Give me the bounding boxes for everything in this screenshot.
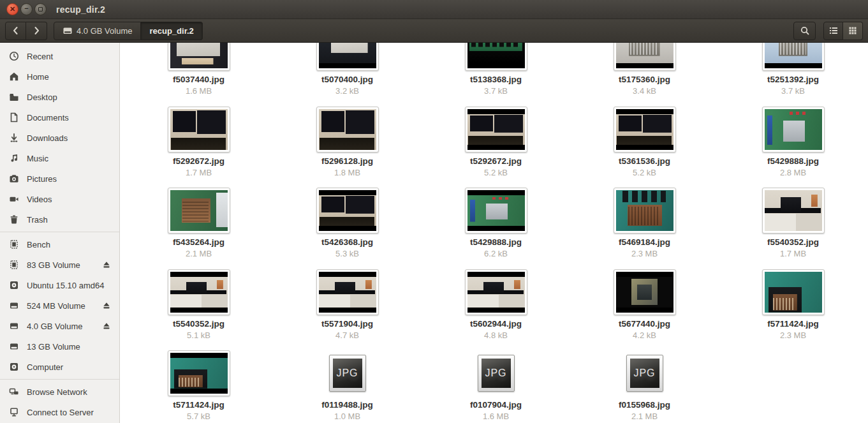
- file-item[interactable]: t5602944.jpg4.8 kB: [422, 268, 570, 341]
- file-item[interactable]: t5361536.jpg5.2 kB: [570, 105, 719, 178]
- sidebar-item-home[interactable]: Home: [0, 66, 119, 87]
- sidebar-item-4-0-gb-volume[interactable]: 4.0 GB Volume: [0, 316, 119, 336]
- file-name: t5602944.jpg: [470, 318, 522, 330]
- file-name: f5711424.jpg: [767, 318, 818, 330]
- file-item[interactable]: f5429888.jpg2.8 MB: [719, 105, 867, 178]
- toolbar: 4.0 GB Volume recup_dir.2: [0, 19, 868, 43]
- file-thumbnail: [465, 43, 527, 71]
- file-name: t5361536.jpg: [619, 156, 670, 167]
- file-thumbnail: [168, 107, 230, 152]
- sidebar-item-music[interactable]: Music: [0, 148, 119, 168]
- sidebar-item-bench[interactable]: Bench: [0, 234, 119, 255]
- breadcrumb-volume-button[interactable]: 4.0 GB Volume: [54, 22, 141, 40]
- file-size: 2.8 MB: [780, 167, 806, 178]
- jpg-badge: JPG: [482, 359, 511, 388]
- sidebar-item-connect-to-server[interactable]: Connect to Server: [0, 402, 119, 422]
- file-name: t5070400.jpg: [321, 74, 373, 85]
- file-thumbnail: [316, 107, 379, 152]
- file-item[interactable]: f5292672.jpg1.7 MB: [124, 105, 273, 178]
- sidebar-item-label: Browse Network: [27, 387, 112, 397]
- file-size: 2.3 MB: [631, 248, 658, 259]
- sidebar-item-computer[interactable]: Computer: [0, 357, 119, 377]
- eject-icon[interactable]: [101, 301, 112, 311]
- sidebar-item-recent[interactable]: Recent: [0, 46, 119, 66]
- sidebar-item-524-mb-volume[interactable]: 524 MB Volume: [0, 295, 119, 316]
- flash-card-icon: [9, 239, 19, 249]
- file-size: 1.0 MB: [334, 411, 360, 422]
- file-size: 5.2 kB: [633, 167, 656, 178]
- sidebar-item-83-gb-volume[interactable]: 83 GB Volume: [0, 255, 119, 275]
- sidebar-item-label: Ubuntu 15.10 amd64: [27, 281, 112, 290]
- file-size: 3.2 kB: [335, 85, 359, 96]
- file-item[interactable]: f5435264.jpg2.1 MB: [124, 186, 273, 259]
- file-item[interactable]: t5251392.jpg3.7 kB: [719, 43, 867, 96]
- search-icon: [800, 26, 810, 36]
- server-icon: [9, 407, 19, 417]
- list-view-button[interactable]: [823, 22, 843, 40]
- sidebar-item-desktop[interactable]: Desktop: [0, 87, 119, 107]
- file-item[interactable]: f5037440.jpg1.6 MB: [124, 43, 273, 96]
- file-item[interactable]: JPGf0107904.jpg1.6 MB: [422, 349, 570, 422]
- grid-view-button[interactable]: [843, 22, 863, 40]
- file-item[interactable]: f5540352.jpg1.7 MB: [719, 186, 867, 259]
- sidebar-item-pictures[interactable]: Pictures: [0, 168, 119, 189]
- sidebar-item-label: Videos: [27, 195, 112, 204]
- file-size: 2.1 MB: [631, 411, 658, 422]
- file-item[interactable]: t5571904.jpg4.7 kB: [273, 268, 422, 341]
- file-thumbnail: [168, 43, 230, 71]
- file-item[interactable]: t5175360.jpg3.4 kB: [570, 43, 719, 96]
- file-item[interactable]: t5138368.jpg3.7 kB: [422, 43, 570, 96]
- file-name: f5469184.jpg: [619, 237, 670, 248]
- sidebar-item-videos[interactable]: Videos: [0, 189, 119, 209]
- file-thumbnail: [316, 188, 379, 234]
- music-icon: [9, 153, 19, 163]
- file-item[interactable]: t5426368.jpg5.3 kB: [273, 186, 422, 259]
- file-item[interactable]: t5540352.jpg5.1 kB: [124, 268, 273, 341]
- sidebar-item-ubuntu-15-10-amd64[interactable]: Ubuntu 15.10 amd64: [0, 275, 119, 295]
- jpg-file-icon: JPG: [478, 355, 515, 392]
- file-thumbnail: [762, 43, 825, 71]
- file-item[interactable]: t5429888.jpg6.2 kB: [422, 186, 570, 259]
- minimize-icon[interactable]: −: [20, 3, 33, 15]
- download-icon: [9, 133, 19, 143]
- jpg-badge: JPG: [333, 359, 362, 388]
- sidebar-item-label: Trash: [27, 215, 112, 225]
- eject-icon[interactable]: [101, 321, 112, 331]
- document-icon: [9, 112, 19, 122]
- back-button[interactable]: [5, 22, 26, 40]
- file-name: f5435264.jpg: [173, 237, 224, 248]
- file-name: t5292672.jpg: [470, 156, 522, 167]
- file-item[interactable]: t5677440.jpg4.2 kB: [570, 268, 719, 341]
- search-button[interactable]: [793, 22, 816, 40]
- maximize-icon[interactable]: [34, 3, 47, 15]
- jpg-file-icon: JPG: [329, 355, 366, 392]
- close-icon[interactable]: ✕: [6, 3, 18, 15]
- file-item[interactable]: JPGf0119488.jpg1.0 MB: [273, 349, 422, 422]
- file-item[interactable]: t5292672.jpg5.2 kB: [422, 105, 570, 178]
- file-thumbnail: [168, 350, 230, 396]
- file-item[interactable]: f5469184.jpg2.3 MB: [570, 186, 719, 259]
- sidebar-item-browse-network[interactable]: Browse Network: [0, 382, 119, 402]
- forward-button[interactable]: [26, 22, 47, 40]
- breadcrumb-current-folder-label: recup_dir.2: [149, 26, 193, 36]
- file-name: t5429888.jpg: [470, 237, 522, 248]
- file-thumbnail: [465, 269, 527, 315]
- file-thumbnail: [316, 43, 379, 71]
- file-name: t5540352.jpg: [173, 318, 224, 330]
- file-name: f0155968.jpg: [619, 399, 670, 411]
- sidebar-item-13-gb-volume[interactable]: 13 GB Volume: [0, 336, 119, 357]
- file-item[interactable]: t5070400.jpg3.2 kB: [273, 43, 422, 96]
- file-name: t5138368.jpg: [470, 74, 522, 85]
- sidebar-item-trash[interactable]: Trash: [0, 209, 119, 230]
- file-item[interactable]: t5711424.jpg5.7 kB: [124, 349, 273, 422]
- sidebar-item-downloads[interactable]: Downloads: [0, 128, 119, 148]
- file-grid-row: t5540352.jpg5.1 kBt5571904.jpg4.7 kBt560…: [124, 268, 867, 341]
- file-size: 2.1 MB: [186, 248, 212, 259]
- breadcrumb-current-folder-button[interactable]: recup_dir.2: [141, 22, 202, 40]
- file-item[interactable]: f5711424.jpg2.3 MB: [719, 268, 867, 341]
- file-item[interactable]: f5296128.jpg1.8 MB: [273, 105, 422, 178]
- file-item[interactable]: JPGf0155968.jpg2.1 MB: [570, 349, 719, 422]
- titlebar[interactable]: ✕ − recup_dir.2: [0, 0, 868, 19]
- sidebar-item-documents[interactable]: Documents: [0, 107, 119, 128]
- eject-icon[interactable]: [101, 260, 112, 270]
